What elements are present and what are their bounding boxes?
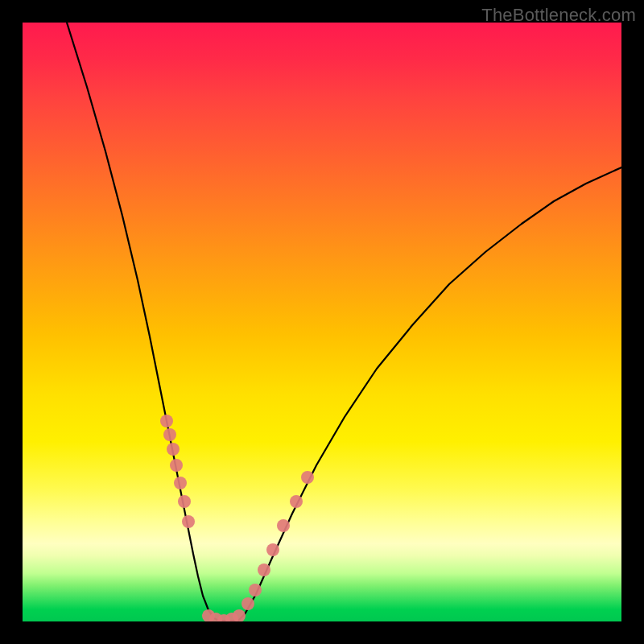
- marker-dot-right: [249, 584, 262, 597]
- marker-dot-left: [163, 428, 176, 441]
- marker-dot-left: [167, 443, 180, 456]
- bottleneck-curve: [67, 23, 621, 621]
- marker-dot-right: [258, 564, 270, 576]
- marker-dot-left: [174, 477, 187, 489]
- marker-dot-floor: [233, 609, 246, 621]
- marker-dot-left: [170, 459, 183, 472]
- watermark-text: TheBottleneck.com: [481, 5, 636, 26]
- marker-dot-left: [160, 415, 173, 427]
- marker-dot-right: [266, 543, 279, 556]
- marker-dot-right: [242, 597, 254, 610]
- marker-dot-right: [290, 495, 303, 508]
- marker-dot-left: [182, 515, 195, 528]
- marker-dot-right: [301, 471, 314, 484]
- marker-dot-left: [178, 495, 191, 508]
- marker-dot-right: [277, 519, 290, 532]
